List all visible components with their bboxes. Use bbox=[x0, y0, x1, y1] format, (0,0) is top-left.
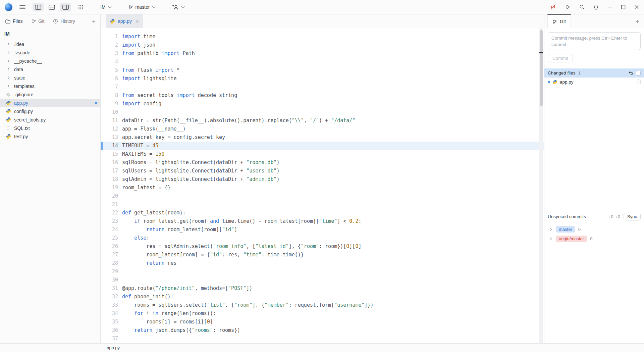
notifications-button[interactable] bbox=[593, 4, 599, 10]
chevron-right-icon[interactable] bbox=[6, 42, 11, 46]
sync-button[interactable]: Sync bbox=[624, 213, 641, 220]
code-line-27[interactable]: 27 room_latest[room] = {"id": res, "time… bbox=[101, 251, 544, 259]
code-line-36[interactable]: 36 return json.dumps({"rooms": rooms}) bbox=[101, 326, 544, 335]
run-button[interactable] bbox=[565, 4, 571, 10]
tree-folder-.idea[interactable]: .idea bbox=[0, 40, 100, 48]
chevron-right-icon[interactable] bbox=[549, 237, 553, 241]
code-line-14[interactable]: 14TIMEOUT = 45 bbox=[101, 142, 544, 150]
line-number: 34 bbox=[101, 309, 118, 318]
toggle-right-dock-button[interactable] bbox=[60, 3, 71, 11]
commit-button[interactable]: Commit bbox=[548, 54, 573, 62]
tree-folder-__pycache__[interactable]: __pycache__ bbox=[0, 57, 100, 65]
code-line-13[interactable]: 13app.secret_key = config.secret_key bbox=[101, 133, 544, 142]
discard-changes-icon[interactable] bbox=[628, 71, 633, 75]
code-line-7[interactable]: 7 bbox=[101, 83, 544, 91]
code-line-33[interactable]: 33 rooms = sqlUsers.select("list", ["roo… bbox=[101, 301, 544, 309]
code-line-4[interactable]: 4 bbox=[101, 58, 544, 66]
changed-file-app.py[interactable]: app.py bbox=[544, 78, 644, 86]
offline-indicator[interactable] bbox=[549, 4, 557, 10]
tree-file-SQL.txt[interactable]: SQL.txt bbox=[0, 124, 100, 132]
toggle-bottom-dock-button[interactable] bbox=[46, 3, 57, 11]
collaborate-menu[interactable] bbox=[170, 3, 187, 12]
code-line-23[interactable]: 23 if room_latest.get(room) and time.tim… bbox=[101, 217, 544, 225]
code-line-17[interactable]: 17sqlUsers = lightsqlite.Connect(dataDir… bbox=[101, 167, 544, 175]
code-line-text: dataDir = str(Path(__file__).absolute().… bbox=[118, 116, 355, 125]
editor-scrollbar[interactable] bbox=[539, 28, 543, 343]
add-panel-tab-button[interactable]: + bbox=[636, 18, 644, 24]
status-file-name[interactable]: app.py bbox=[107, 345, 120, 350]
unsynced-branch-origin/master[interactable]: origin/master0 bbox=[548, 234, 641, 243]
close-tab-icon[interactable]: × bbox=[136, 18, 139, 24]
code-line-35[interactable]: 35 rooms[i] = rooms[i][0] bbox=[101, 318, 544, 326]
code-line-11[interactable]: 11dataDir = str(Path(__file__).absolute(… bbox=[101, 116, 544, 125]
code-line-10[interactable]: 10 bbox=[101, 108, 544, 116]
code-line-24[interactable]: 24 return room_latest[room]["id"] bbox=[101, 225, 544, 234]
code-line-5[interactable]: 5from flask import * bbox=[101, 66, 544, 74]
code-line-25[interactable]: 25 else: bbox=[101, 234, 544, 242]
tree-file-app.py[interactable]: app.py bbox=[0, 99, 100, 107]
code-line-9[interactable]: 9import config bbox=[101, 100, 544, 108]
stage-all-checkbox[interactable] bbox=[636, 71, 641, 76]
changed-files-header[interactable]: Changed files 1 bbox=[544, 68, 644, 78]
editor-tab-app-py[interactable]: app.py × bbox=[106, 14, 143, 28]
code-line-32[interactable]: 32def phone_init(): bbox=[101, 293, 544, 301]
tree-folder-data[interactable]: data bbox=[0, 65, 100, 73]
tree-folder-templates[interactable]: templates bbox=[0, 82, 100, 90]
code-line-30[interactable]: 30 bbox=[101, 276, 544, 284]
code-line-12[interactable]: 12app = Flask(__name__) bbox=[101, 125, 544, 133]
code-line-31[interactable]: 31@app.route("/phone/init", methods=["PO… bbox=[101, 284, 544, 293]
code-line-29[interactable]: 29 bbox=[101, 267, 544, 276]
tab-git[interactable]: Git bbox=[32, 18, 45, 24]
add-panel-tab-button[interactable]: + bbox=[92, 18, 100, 24]
code-editor[interactable]: 1import time2import json3from pathlib im… bbox=[101, 28, 544, 343]
code-line-18[interactable]: 18sqlAdmin = lightsqlite.Connect(dataDir… bbox=[101, 175, 544, 184]
apps-grid-button[interactable] bbox=[76, 3, 86, 11]
chevron-right-icon[interactable] bbox=[549, 228, 553, 231]
code-line-21[interactable]: 21 bbox=[101, 200, 544, 209]
tab-history[interactable]: History bbox=[53, 18, 75, 24]
chevron-right-icon[interactable] bbox=[6, 51, 11, 54]
code-line-26[interactable]: 26 res = sqlAdmin.select("room_info", ["… bbox=[101, 242, 544, 251]
code-line-1[interactable]: 1import time bbox=[101, 33, 544, 41]
code-line-20[interactable]: 20 bbox=[101, 192, 544, 200]
tree-file-secret_tools.py[interactable]: secret_tools.py bbox=[0, 115, 100, 124]
scrollbar-position-marker bbox=[539, 52, 543, 53]
app-logo-icon[interactable] bbox=[5, 3, 12, 11]
tree-file-config.py[interactable]: config.py bbox=[0, 107, 100, 115]
scrollbar-thumb[interactable] bbox=[540, 30, 543, 106]
tree-file-test.py[interactable]: test.py bbox=[0, 132, 100, 141]
code-line-22[interactable]: 22def get_latest(room): bbox=[101, 209, 544, 217]
tree-folder-.vscode[interactable]: .vscode bbox=[0, 48, 100, 57]
code-line-3[interactable]: 3from pathlib import Path bbox=[101, 49, 544, 58]
tree-folder-static[interactable]: static bbox=[0, 73, 100, 82]
code-line-28[interactable]: 28 return res bbox=[101, 259, 544, 267]
chevron-right-icon[interactable] bbox=[6, 67, 11, 71]
toggle-left-dock-button[interactable] bbox=[33, 3, 44, 11]
search-button[interactable] bbox=[579, 4, 585, 10]
main-menu-button[interactable] bbox=[17, 3, 28, 11]
code-line-2[interactable]: 2import json bbox=[101, 41, 544, 49]
window-maximize-button[interactable] bbox=[621, 4, 626, 10]
chevron-right-icon[interactable] bbox=[6, 59, 11, 63]
chevron-right-icon[interactable] bbox=[6, 84, 11, 88]
stage-file-checkbox[interactable] bbox=[636, 80, 641, 84]
line-number: 37 bbox=[101, 335, 118, 343]
window-close-button[interactable] bbox=[634, 4, 639, 10]
unsynced-branch-master[interactable]: master0 bbox=[548, 224, 641, 234]
code-line-6[interactable]: 6import lightsqlite bbox=[101, 74, 544, 83]
tree-file-.gitignore[interactable]: .gitignore bbox=[0, 90, 100, 99]
code-line-8[interactable]: 8from secret_tools import decode_string bbox=[101, 91, 544, 100]
chevron-right-icon[interactable] bbox=[6, 76, 11, 80]
line-number: 31 bbox=[101, 284, 118, 293]
commit-message-input[interactable]: Commit message, press Ctrl+Enter to comm… bbox=[548, 32, 641, 50]
code-line-15[interactable]: 15MAXITEMS = 150 bbox=[101, 150, 544, 158]
code-line-16[interactable]: 16sqlRooms = lightsqlite.Connect(dataDir… bbox=[101, 158, 544, 167]
branch-selector[interactable]: master bbox=[126, 3, 158, 11]
window-minimize-button[interactable] bbox=[607, 4, 612, 10]
code-line-37[interactable]: 37 bbox=[101, 335, 544, 343]
tab-files[interactable]: Files bbox=[5, 18, 23, 24]
project-selector[interactable]: IM bbox=[98, 3, 114, 11]
code-line-34[interactable]: 34 for i in range(len(rooms)): bbox=[101, 309, 544, 318]
code-line-19[interactable]: 19room_latest = {} bbox=[101, 184, 544, 192]
tab-git-panel[interactable]: Git bbox=[547, 14, 571, 28]
